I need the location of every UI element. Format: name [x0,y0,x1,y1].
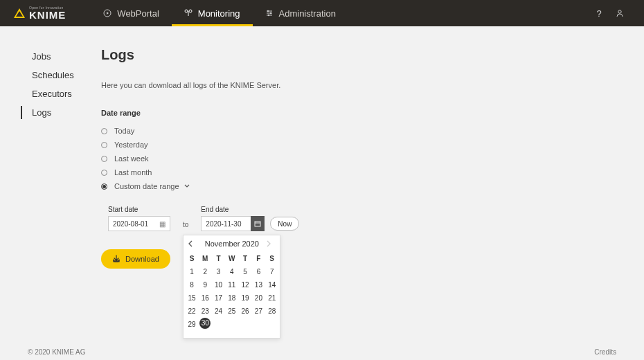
topnav-label: Monitoring [198,8,240,19]
calendar-day[interactable]: 18 [225,291,238,305]
calendar-day[interactable]: 26 [238,305,251,318]
calendar-day[interactable]: 14 [265,278,278,291]
radio-label: Yesterday [114,141,148,149]
top-bar: Open for Innovation KNIME WebPortal Moni… [0,0,644,26]
calendar-day[interactable]: 2 [199,265,212,278]
calendar-day[interactable]: 17 [212,291,225,305]
date-range-options: Today Yesterday Last week Last month Cus… [101,124,618,193]
monitor-icon [184,9,193,17]
start-date-input[interactable]: 2020-08-01 ▦ [108,216,170,231]
brand-logo[interactable]: Open for Innovation KNIME [14,6,66,20]
calendar-day[interactable]: 28 [265,305,278,318]
calendar-day[interactable]: 16 [199,291,212,305]
calendar-day[interactable]: 27 [252,305,265,318]
user-icon[interactable] [609,9,630,17]
calendar-day[interactable]: 10 [212,278,225,291]
calendar-grid: SMTWTFS123456789101112131415161718192021… [184,251,280,338]
calendar-icon: ▦ [159,220,166,228]
date-range-label: Date range [101,109,618,117]
calendar-day[interactable]: 5 [238,265,251,278]
radio-label: Custom date range [114,182,179,190]
help-icon[interactable]: ? [589,8,609,19]
radio-last-month[interactable]: Last month [101,165,618,179]
calendar-dow: T [238,252,251,265]
calendar-day[interactable]: 11 [225,278,238,291]
calendar-day[interactable]: 20 [252,291,265,305]
radio-today[interactable]: Today [101,124,618,138]
calendar-day[interactable]: 21 [265,291,278,305]
calendar-prev-button[interactable] [188,240,197,247]
calendar-dow: W [225,252,238,265]
sidebar-label: Logs [32,107,51,118]
calendar-day[interactable]: 6 [252,265,265,278]
calendar-day[interactable]: 19 [238,291,251,305]
radio-yesterday[interactable]: Yesterday [101,138,618,152]
calendar-dow: T [212,252,225,265]
calendar-day[interactable]: 13 [252,278,265,291]
radio-last-week[interactable]: Last week [101,152,618,165]
brand-text: Open for Innovation KNIME [29,6,66,20]
start-date-label: Start date [108,206,170,213]
calendar-day[interactable]: 24 [212,305,225,318]
calendar-day[interactable]: 3 [212,265,225,278]
calendar-day[interactable]: 4 [225,265,238,278]
copyright: © 2020 KNIME AG [28,348,86,356]
svg-rect-7 [255,222,260,226]
calendar-day[interactable]: 7 [265,265,278,278]
topnav-monitoring[interactable]: Monitoring [172,0,253,26]
calendar-day[interactable]: 25 [225,305,238,318]
calendar-toggle-button[interactable] [251,216,265,231]
sidebar-item-executors[interactable]: Executors [28,84,101,103]
sidebar: Jobs Schedules Executors Logs [28,47,101,269]
date-picker-popup: November 2020 SMTWTFS1234567891011121314… [183,235,280,339]
sidebar-label: Jobs [32,51,51,62]
date-to-label: to [183,221,188,228]
topnav-label: Administration [279,8,336,19]
play-icon [103,9,111,17]
footer: © 2020 KNIME AG Credits [0,343,644,360]
end-date-input[interactable]: 2020-11-30 [201,216,251,231]
start-date-value: 2020-08-01 [113,220,148,228]
sidebar-item-logs[interactable]: Logs [28,103,101,122]
end-date-value: 2020-11-30 [206,220,241,228]
radio-custom-range[interactable]: Custom date range [101,179,618,193]
radio-label: Last week [114,154,149,163]
calendar-day[interactable]: 23 [199,305,212,318]
download-button[interactable]: Download [101,249,170,269]
main-panel: Logs Here you can download all logs of t… [101,47,618,269]
radio-label: Today [114,127,134,135]
chevron-down-icon [184,183,190,189]
download-icon [112,255,120,263]
topnav-administration[interactable]: Administration [253,0,348,26]
now-button[interactable]: Now [270,217,299,231]
svg-point-6 [618,10,621,13]
calendar-day[interactable]: 30 [199,318,211,329]
calendar-dow: M [199,252,212,265]
svg-point-2 [189,10,192,12]
calendar-day[interactable]: 22 [185,305,198,318]
calendar-day[interactable]: 29 [185,318,198,331]
calendar-icon [254,220,261,227]
calendar-title: November 2020 [205,240,259,248]
radio-icon [101,156,107,162]
credits-link[interactable]: Credits [594,348,616,356]
sidebar-item-jobs[interactable]: Jobs [28,47,101,66]
calendar-next-button[interactable] [266,240,276,247]
calendar-day[interactable]: 8 [185,278,198,291]
sidebar-item-schedules[interactable]: Schedules [28,66,101,84]
svg-point-5 [267,15,269,16]
download-label: Download [125,255,159,263]
sidebar-label: Schedules [32,70,74,80]
knime-triangle-icon [14,8,25,18]
end-date-label: End date [201,206,299,213]
calendar-day[interactable]: 12 [238,278,251,291]
topnav-webportal[interactable]: WebPortal [91,0,171,26]
calendar-day[interactable]: 15 [185,291,198,305]
topnav-label: WebPortal [117,8,159,19]
svg-point-3 [267,10,268,12]
calendar-day[interactable]: 1 [185,265,198,278]
radio-icon [101,170,107,176]
admin-icon [265,9,274,17]
calendar-day[interactable]: 9 [199,278,212,291]
calendar-dow: S [185,252,198,265]
